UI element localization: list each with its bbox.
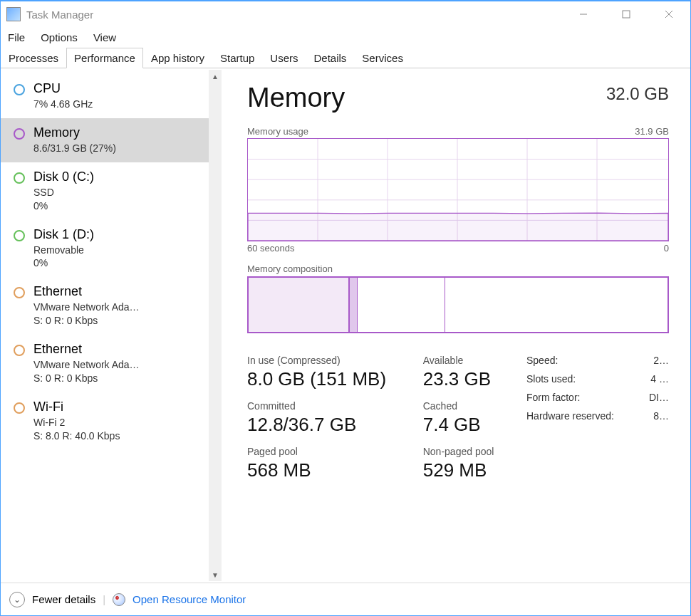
sidebar-item-cpu[interactable]: CPU7% 4.68 GHz: [1, 74, 222, 118]
composition-label: Memory composition: [247, 263, 669, 274]
footer: ⌄ Fewer details | Open Resource Monitor: [1, 583, 690, 615]
scroll-down-icon[interactable]: ▼: [209, 568, 222, 581]
composition-inuse: [249, 278, 349, 332]
footer-divider: |: [103, 593, 105, 605]
capacity-value: 32.0 GB: [606, 84, 669, 104]
inuse-value: 8.0 GB (151 MB): [247, 368, 403, 390]
tab-performance[interactable]: Performance: [66, 48, 143, 68]
sidebar-item-title: Ethernet: [33, 342, 140, 357]
status-bullet-icon: [14, 128, 25, 140]
window-title: Task Manager: [26, 9, 93, 21]
cached-value: 7.4 GB: [423, 414, 511, 436]
scroll-up-icon[interactable]: ▲: [209, 70, 222, 83]
page-title: Memory: [247, 83, 345, 113]
sidebar-item-ethernet[interactable]: EthernetVMware Network Ada…S: 0 R: 0 Kbp…: [1, 277, 222, 335]
sidebar-item-title: Disk 0 (C:): [33, 169, 94, 184]
sidebar-item-disk-0-c-[interactable]: Disk 0 (C:)SSD0%: [1, 162, 222, 220]
menubar: File Options View: [1, 27, 690, 47]
status-bullet-icon: [14, 345, 25, 356]
chevron-down-icon[interactable]: ⌄: [9, 592, 25, 607]
minimize-button[interactable]: [562, 1, 605, 27]
sidebar-list[interactable]: CPU7% 4.68 GHzMemory8.6/31.9 GB (27%)Dis…: [1, 68, 222, 583]
tabstrip: ProcessesPerformanceApp historyStartupUs…: [1, 47, 690, 68]
svg-rect-1: [623, 11, 630, 18]
sidebar-item-sub: VMware Network Ada…S: 0 R: 0 Kbps: [33, 301, 140, 328]
sidebar-item-wi-fi[interactable]: Wi-FiWi-Fi 2S: 8.0 R: 40.0 Kbps: [1, 392, 222, 450]
usage-axis-left: 60 seconds: [247, 243, 295, 254]
sidebar-item-sub: VMware Network Ada…S: 0 R: 0 Kbps: [33, 358, 140, 385]
body: CPU7% 4.68 GHzMemory8.6/31.9 GB (27%)Dis…: [1, 68, 690, 583]
available-value: 23.3 GB: [423, 368, 511, 390]
hwres-value: 8…: [636, 410, 669, 422]
tab-services[interactable]: Services: [354, 48, 411, 68]
tab-processes[interactable]: Processes: [1, 48, 66, 68]
form-label: Form factor:: [526, 392, 626, 403]
sidebar-item-title: Ethernet: [33, 284, 140, 299]
status-bullet-icon: [14, 230, 25, 241]
paged-value: 568 MB: [247, 459, 403, 481]
composition-modified: [358, 278, 445, 332]
sidebar-item-ethernet[interactable]: EthernetVMware Network Ada…S: 0 R: 0 Kbp…: [1, 335, 222, 392]
sidebar-item-sub: 7% 4.68 GHz: [33, 98, 93, 111]
app-icon: [6, 7, 21, 21]
menu-view[interactable]: View: [90, 30, 119, 45]
composition-compressed: [349, 278, 358, 332]
status-bullet-icon: [14, 84, 25, 95]
menu-options[interactable]: Options: [38, 30, 80, 45]
sidebar-scrollbar[interactable]: ▲ ▼: [209, 70, 222, 581]
sidebar-item-title: Disk 1 (D:): [33, 227, 94, 242]
slots-label: Slots used:: [526, 373, 626, 385]
tab-startup[interactable]: Startup: [212, 48, 262, 68]
sidebar-item-sub: Removable0%: [33, 244, 94, 271]
status-bullet-icon: [14, 172, 25, 184]
open-resource-monitor-link[interactable]: Open Resource Monitor: [133, 593, 246, 605]
committed-label: Committed: [247, 400, 403, 412]
paged-label: Paged pool: [247, 446, 403, 457]
nonpaged-label: Non-paged pool: [423, 446, 511, 457]
sidebar-item-sub: Wi-Fi 2S: 8.0 R: 40.0 Kbps: [33, 416, 120, 443]
usage-axis-right: 0: [664, 243, 669, 254]
cached-label: Cached: [423, 400, 511, 412]
sidebar-item-title: CPU: [33, 81, 93, 96]
sidebar-item-disk-1-d-[interactable]: Disk 1 (D:)Removable0%: [1, 220, 222, 278]
sidebar-item-sub: SSD0%: [33, 186, 94, 213]
slots-value: 4 …: [636, 373, 669, 385]
main-panel: Memory 32.0 GB Memory usage 31.9 GB: [222, 68, 690, 583]
usage-chart-label: Memory usage: [247, 126, 308, 137]
memory-usage-chart: [247, 138, 669, 241]
hwres-label: Hardware reserved:: [526, 410, 626, 422]
speed-label: Speed:: [526, 355, 626, 366]
resource-monitor-icon: [113, 593, 125, 606]
committed-value: 12.8/36.7 GB: [247, 414, 403, 436]
form-value: DI…: [636, 392, 669, 403]
tab-app-history[interactable]: App history: [143, 48, 212, 68]
available-label: Available: [423, 355, 511, 366]
sidebar-item-title: Wi-Fi: [33, 400, 120, 414]
window-controls: [562, 1, 690, 27]
status-bullet-icon: [14, 287, 25, 298]
sidebar-item-title: Memory: [33, 125, 116, 140]
nonpaged-value: 529 MB: [423, 459, 511, 481]
stats-area: In use (Compressed)8.0 GB (151 MB) Avail…: [247, 355, 669, 481]
fewer-details-link[interactable]: Fewer details: [32, 593, 95, 605]
usage-chart-max: 31.9 GB: [635, 126, 669, 137]
memory-composition-chart: [247, 276, 669, 333]
status-bullet-icon: [14, 402, 25, 414]
inuse-label: In use (Compressed): [247, 355, 403, 366]
tab-details[interactable]: Details: [306, 48, 355, 68]
composition-standby: [445, 278, 667, 332]
maximize-button[interactable]: [605, 1, 648, 27]
tab-users[interactable]: Users: [262, 48, 306, 68]
sidebar-item-memory[interactable]: Memory8.6/31.9 GB (27%): [1, 118, 222, 162]
sidebar-item-sub: 8.6/31.9 GB (27%): [33, 142, 116, 155]
sidebar: CPU7% 4.68 GHzMemory8.6/31.9 GB (27%)Dis…: [1, 68, 222, 583]
menu-file[interactable]: File: [5, 30, 28, 45]
close-button[interactable]: [648, 1, 690, 27]
speed-value: 2…: [636, 355, 669, 366]
